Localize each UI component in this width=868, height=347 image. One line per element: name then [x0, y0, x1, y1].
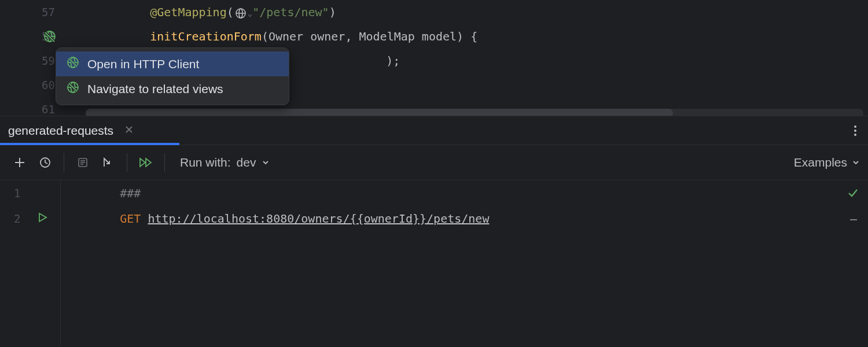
toolbar-divider: [127, 153, 127, 172]
checkmark-icon[interactable]: [847, 187, 859, 202]
horizontal-scrollbar[interactable]: [86, 109, 863, 116]
http-line-2: GET http://localhost:8080/owners/{{owner…: [61, 198, 489, 239]
line-number: 60: [0, 79, 61, 91]
globe-slash-icon: [67, 81, 79, 97]
line-number: 57: [0, 6, 61, 19]
import-button[interactable]: [97, 151, 120, 174]
http-editor[interactable]: 1 ### 2 GET http://localhost:8080/owners…: [0, 180, 868, 347]
toolbar-divider: [64, 153, 64, 172]
line-number: 58: [0, 30, 61, 43]
line-number: 2: [0, 206, 61, 231]
add-request-button[interactable]: [8, 151, 31, 174]
line-number: 61: [0, 103, 61, 116]
tab-generated-requests[interactable]: generated-requests: [8, 124, 113, 138]
line-number: 1: [0, 180, 61, 206]
run-request-icon[interactable]: [38, 212, 48, 225]
examples-dropdown[interactable]: Examples: [794, 156, 860, 169]
gutter-action-popup: Open in HTTP Client Navigate to related …: [56, 47, 289, 105]
scrollbar-thumb[interactable]: [86, 109, 673, 116]
popup-item-label: Navigate to related views: [87, 82, 223, 96]
java-editor[interactable]: 57 @GetMapping(⌄"/pets/new") 58 initCrea…: [0, 0, 868, 116]
chevron-down-icon: [262, 156, 270, 169]
gutter-extension: [0, 231, 61, 347]
editor-tabs-bar: generated-requests: [0, 116, 868, 145]
globe-slash-icon: [67, 56, 79, 72]
examples-label: Examples: [794, 156, 847, 169]
svg-line-24: [45, 163, 47, 164]
popup-item-navigate-views[interactable]: Navigate to related views: [56, 76, 289, 101]
history-button[interactable]: [34, 151, 57, 174]
chevron-down-icon: [852, 158, 860, 167]
run-with-value: dev: [237, 156, 256, 169]
tab-options-icon[interactable]: [851, 122, 860, 139]
run-all-button[interactable]: [134, 151, 157, 174]
line-number: 59: [0, 54, 61, 67]
popup-item-label: Open in HTTP Client: [87, 57, 199, 71]
run-with-label: Run with:: [180, 156, 231, 169]
toolbar-divider: [164, 153, 165, 172]
run-with-selector[interactable]: Run with: dev: [180, 156, 270, 169]
active-tab-indicator: [0, 143, 179, 145]
popup-item-open-http-client[interactable]: Open in HTTP Client: [56, 51, 289, 76]
close-tab-icon[interactable]: [125, 124, 133, 136]
collapse-icon[interactable]: [848, 214, 859, 228]
structure-button[interactable]: [71, 151, 94, 174]
http-gutter-icon[interactable]: [43, 30, 56, 43]
